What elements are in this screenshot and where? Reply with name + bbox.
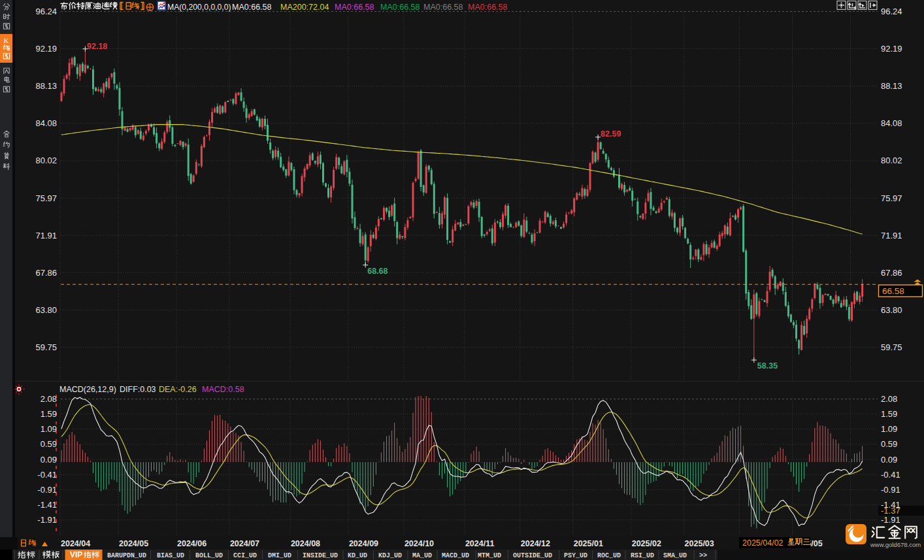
svg-text:2025/04/02: 2025/04/02	[742, 538, 784, 548]
svg-text:2024/05: 2024/05	[119, 539, 148, 548]
svg-text:CCI_UD: CCI_UD	[233, 552, 257, 559]
svg-text:KDJ_UD: KDJ_UD	[378, 552, 402, 559]
svg-text:MTM_UD: MTM_UD	[478, 552, 501, 559]
svg-text:67.86: 67.86	[881, 268, 902, 278]
svg-text:K: K	[4, 37, 9, 44]
svg-text:96.24: 96.24	[35, 7, 57, 16]
svg-text:-0.41: -0.41	[881, 470, 900, 480]
svg-text:-0.41: -0.41	[37, 470, 57, 480]
svg-text:92.19: 92.19	[881, 44, 902, 54]
svg-text:MACD:0.58: MACD:0.58	[202, 385, 244, 394]
svg-text:96.24: 96.24	[881, 7, 902, 16]
svg-text:84.08: 84.08	[35, 118, 57, 128]
svg-text:0.09: 0.09	[881, 455, 897, 465]
svg-text:59.75: 59.75	[881, 342, 902, 352]
svg-text:71.91: 71.91	[881, 231, 902, 240]
svg-text:BIAS_UD: BIAS_UD	[157, 552, 184, 559]
svg-text:0.09: 0.09	[41, 455, 57, 465]
svg-text:-1.37: -1.37	[881, 506, 900, 516]
svg-text:67.86: 67.86	[35, 268, 57, 278]
svg-text:2024/10: 2024/10	[404, 539, 434, 548]
svg-text:2024/12: 2024/12	[521, 539, 550, 548]
svg-text:BOLL_UD: BOLL_UD	[195, 552, 223, 559]
svg-text:1.09: 1.09	[881, 424, 897, 434]
svg-text:MA0:66.58: MA0:66.58	[335, 3, 374, 12]
svg-text:MA0:66.58: MA0:66.58	[232, 3, 272, 12]
svg-text:MA0:66.58: MA0:66.58	[380, 3, 420, 12]
svg-text:MA0:66.58: MA0:66.58	[468, 3, 508, 12]
svg-text:-0.91: -0.91	[881, 485, 900, 495]
svg-text:2025/03: 2025/03	[685, 539, 714, 548]
svg-text:75.97: 75.97	[35, 193, 57, 203]
svg-text:MA(0,200,0,0,0,0): MA(0,200,0,0,0,0)	[167, 3, 231, 12]
svg-text:84.08: 84.08	[881, 118, 902, 128]
svg-text:59.75: 59.75	[35, 342, 57, 352]
svg-text:2024/08: 2024/08	[291, 539, 320, 548]
svg-text:PSY_UD: PSY_UD	[564, 552, 587, 559]
svg-text:2025/01: 2025/01	[574, 539, 603, 548]
svg-text:RSI_UD: RSI_UD	[631, 552, 654, 559]
svg-text:1.59: 1.59	[881, 409, 897, 419]
svg-text:2025/02: 2025/02	[632, 539, 661, 548]
svg-text:MA_UD: MA_UD	[412, 552, 432, 559]
svg-text:KD_UD: KD_UD	[348, 552, 367, 559]
svg-text:-1.91: -1.91	[37, 515, 57, 525]
svg-text:ROC_UD: ROC_UD	[597, 552, 621, 559]
svg-text:80.02: 80.02	[881, 156, 902, 165]
svg-text:2024/09: 2024/09	[349, 539, 378, 548]
svg-text:MA0:66.58: MA0:66.58	[423, 3, 463, 12]
svg-text:88.13: 88.13	[35, 81, 57, 91]
svg-text:1.59: 1.59	[41, 409, 57, 419]
svg-text:1.09: 1.09	[41, 424, 57, 434]
svg-text:INSIDE_UD: INSIDE_UD	[303, 552, 338, 559]
svg-text:VIP: VIP	[70, 550, 82, 559]
svg-text:75.97: 75.97	[881, 193, 902, 203]
svg-text:66.58: 66.58	[882, 286, 904, 296]
svg-text:2024/07: 2024/07	[230, 539, 259, 548]
svg-text:SMA_UD: SMA_UD	[663, 552, 687, 559]
svg-text:63.80: 63.80	[35, 305, 57, 315]
svg-text:92.18: 92.18	[87, 42, 107, 51]
svg-text:-1.91: -1.91	[881, 515, 900, 525]
svg-text:82.59: 82.59	[601, 129, 621, 139]
svg-text:-0.91: -0.91	[37, 485, 57, 495]
svg-text:BARUPDN_UD: BARUPDN_UD	[107, 552, 146, 559]
svg-text:2.08: 2.08	[881, 394, 897, 404]
svg-text:0.59: 0.59	[881, 439, 897, 449]
svg-text:2024/04: 2024/04	[61, 539, 90, 548]
svg-text:92.19: 92.19	[35, 44, 57, 54]
svg-text:0.59: 0.59	[41, 439, 57, 449]
svg-text:DIFF:0.03: DIFF:0.03	[120, 385, 156, 394]
svg-text:88.13: 88.13	[881, 81, 902, 91]
svg-text:68.68: 68.68	[367, 267, 388, 276]
svg-text:>>: >>	[699, 552, 707, 559]
svg-text:-1.41: -1.41	[37, 500, 57, 510]
svg-text:2024/06: 2024/06	[177, 539, 206, 548]
svg-text:DMI_UD: DMI_UD	[268, 552, 291, 559]
svg-text:2.08: 2.08	[41, 394, 57, 404]
svg-text:80.02: 80.02	[35, 156, 57, 165]
svg-text:58.35: 58.35	[757, 361, 778, 371]
svg-text:63.80: 63.80	[881, 305, 902, 315]
svg-text:DEA:-0.26: DEA:-0.26	[159, 385, 197, 394]
svg-text:MACD(26,12,9): MACD(26,12,9)	[59, 385, 116, 394]
svg-text:OUTSIDE_UD: OUTSIDE_UD	[513, 552, 552, 559]
svg-text:2024/11: 2024/11	[465, 539, 495, 548]
svg-text:www.gold678.com: www.gold678.com	[870, 541, 921, 548]
svg-text:MA200:72.04: MA200:72.04	[280, 3, 329, 12]
svg-text:71.91: 71.91	[35, 231, 57, 240]
svg-text:MACD_UD: MACD_UD	[442, 552, 469, 559]
